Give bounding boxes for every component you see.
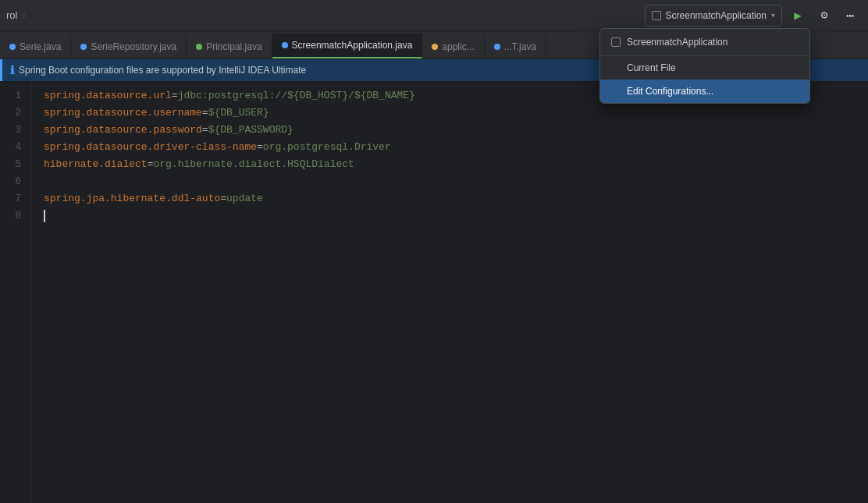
- toolbar: rol › ScreenmatchApplication ▾ ▶ ⚙ ⋯: [0, 0, 868, 31]
- tab-label-serie-repo: SerieRepository.java: [91, 41, 176, 52]
- run-config-dropdown-button[interactable]: ScreenmatchApplication ▾: [645, 5, 782, 27]
- dropdown-header-label: ScreenmatchApplication: [627, 37, 727, 48]
- run-icon: ▶: [794, 8, 802, 23]
- chevron-down-icon: ▾: [771, 11, 775, 19]
- line-numbers: 1 2 3 4 5 6 7 8: [0, 81, 31, 503]
- more-button[interactable]: ⋯: [840, 5, 862, 27]
- code-line-5: hibernate.dialect=org.hibernate.dialect.…: [44, 156, 856, 173]
- tab-label-t-java: ...T.java: [504, 41, 536, 52]
- tab-principal[interactable]: Principal.java: [187, 35, 272, 58]
- tab-dot-serie-repo: [80, 44, 87, 50]
- tab-label-screenmatch-app: ScreenmatchApplication.java: [292, 40, 413, 51]
- tab-t-java[interactable]: ...T.java: [485, 35, 546, 58]
- run-button[interactable]: ▶: [787, 5, 809, 27]
- code-line-4: spring.datasource.driver-class-name=org.…: [44, 139, 856, 156]
- line-number: 2: [0, 104, 21, 122]
- tab-dot-screenmatch-app: [282, 42, 288, 48]
- dropdown-checkbox-icon: [611, 37, 621, 47]
- run-config-label: ScreenmatchApplication: [666, 10, 767, 21]
- dropdown-header: ScreenmatchApplication: [600, 29, 809, 56]
- line-number: 7: [0, 190, 21, 207]
- tab-label-principal: Principal.java: [206, 41, 261, 52]
- tab-dot-t-java: [494, 44, 500, 50]
- line-number: 4: [0, 139, 21, 156]
- tab-label-applic: applic...: [442, 41, 474, 52]
- run-config-dropdown-menu: ScreenmatchApplication Current File Edit…: [599, 28, 810, 104]
- dropdown-item-label-current-file: Current File: [627, 62, 676, 73]
- tab-dot-serie: [9, 44, 16, 50]
- tab-serie[interactable]: Serie.java: [0, 35, 71, 58]
- line-number: 6: [0, 173, 21, 190]
- code-line-2: spring.datasource.username=${DB_USER}: [44, 104, 856, 122]
- dropdown-item-current-file[interactable]: Current File: [600, 56, 809, 80]
- more-icon: ⋯: [846, 7, 856, 24]
- toolbar-separator: ›: [22, 9, 25, 21]
- run-config-checkbox-icon: [652, 11, 661, 20]
- code-line-3: spring.datasource.password=${DB_PASSWORD…: [44, 122, 856, 139]
- code-line-8: [44, 207, 856, 225]
- tab-applic[interactable]: applic...: [422, 35, 484, 58]
- dropdown-item-edit-configurations[interactable]: Edit Configurations...: [600, 80, 809, 103]
- debug-button[interactable]: ⚙: [813, 5, 835, 27]
- tab-label-serie: Serie.java: [20, 41, 61, 52]
- line-number: 8: [0, 207, 21, 225]
- line-number: 1: [0, 87, 21, 104]
- tab-screenmatch-application[interactable]: ScreenmatchApplication.java: [272, 34, 423, 58]
- line-number: 5: [0, 156, 21, 173]
- tab-serie-repository[interactable]: SerieRepository.java: [71, 35, 187, 58]
- info-icon: ℹ: [10, 64, 14, 76]
- code-line-6: [44, 173, 856, 190]
- project-label: rol: [6, 9, 17, 21]
- gear-icon: ⚙: [820, 8, 827, 23]
- code-area[interactable]: spring.datasource.url=jdbc:postgresql://…: [31, 81, 868, 503]
- toolbar-right: ScreenmatchApplication ▾ ▶ ⚙ ⋯: [645, 5, 862, 27]
- info-message: Spring Boot configuration files are supp…: [19, 65, 306, 76]
- toolbar-left: rol ›: [6, 9, 26, 21]
- code-line-7: spring.jpa.hibernate.ddl-auto=update: [44, 190, 856, 207]
- text-cursor: [44, 210, 45, 222]
- tab-dot-principal: [196, 44, 202, 50]
- tab-dot-applic: [432, 44, 438, 50]
- line-number: 3: [0, 122, 21, 139]
- editor: 1 2 3 4 5 6 7 8 spring.datasource.url=jd…: [0, 81, 868, 503]
- dropdown-item-label-edit-configurations: Edit Configurations...: [627, 86, 713, 97]
